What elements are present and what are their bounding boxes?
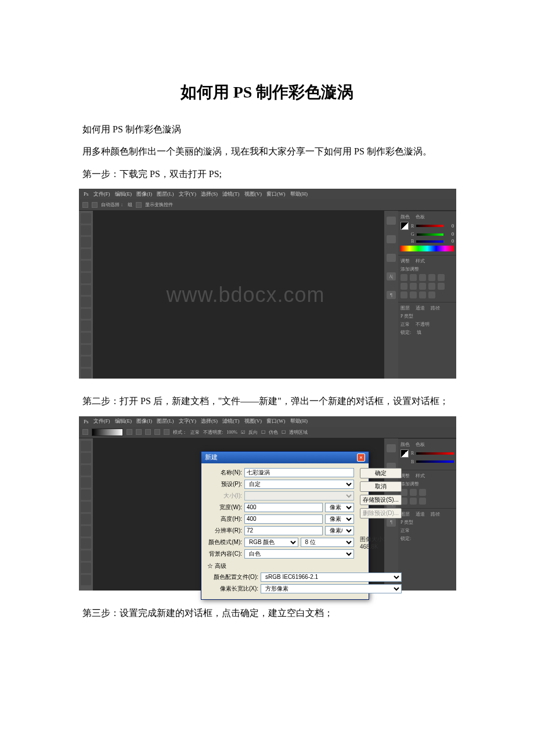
name-input[interactable] xyxy=(244,468,354,477)
mode-select[interactable]: RGB 颜色 xyxy=(244,538,298,547)
reverse-label[interactable]: 反向 xyxy=(248,429,258,435)
color-tab[interactable]: 颜色 xyxy=(400,214,410,220)
menu-file[interactable]: 文件(F) xyxy=(92,417,111,425)
adjust-icon[interactable] xyxy=(438,283,445,290)
fg-bg-swatch-icon[interactable] xyxy=(400,449,409,458)
close-icon[interactable]: × xyxy=(357,453,365,462)
adjust-icon[interactable] xyxy=(419,489,426,496)
b-slider[interactable] xyxy=(416,460,454,463)
adjust-icon[interactable] xyxy=(419,498,426,505)
adjust-tab[interactable]: 调整 xyxy=(400,473,410,479)
opacity-value[interactable]: 100% xyxy=(226,430,237,435)
menu-layer[interactable]: 图层(L) xyxy=(156,417,175,425)
swatches-tab[interactable]: 色板 xyxy=(416,441,425,448)
panel-icon[interactable] xyxy=(387,254,396,262)
tool-icon[interactable] xyxy=(81,441,91,451)
adjust-icon[interactable] xyxy=(428,283,435,290)
menu-view[interactable]: 视图(V) xyxy=(243,190,264,198)
adjust-icon[interactable] xyxy=(419,274,426,281)
panel-icon[interactable]: A| xyxy=(387,272,396,280)
auto-select-value[interactable]: 组 xyxy=(128,201,132,208)
menu-image[interactable]: 图像(I) xyxy=(135,417,153,425)
adjust-icon[interactable] xyxy=(400,283,407,290)
res-input[interactable] xyxy=(244,526,323,535)
height-input[interactable] xyxy=(244,514,323,524)
adjust-icon[interactable] xyxy=(400,274,407,281)
fg-bg-swatch-icon[interactable] xyxy=(400,222,409,230)
move-tool-icon[interactable] xyxy=(82,202,88,208)
menu-select[interactable]: 选择(S) xyxy=(200,417,219,425)
menu-image[interactable]: 图像(I) xyxy=(135,190,153,198)
adjust-icon[interactable] xyxy=(419,291,426,298)
r-slider[interactable] xyxy=(416,452,454,455)
adjust-icon[interactable] xyxy=(438,274,445,281)
dither-label[interactable]: 仿色 xyxy=(269,429,278,435)
aspect-select[interactable]: 方形像素 xyxy=(261,584,402,593)
menu-select[interactable]: 选择(S) xyxy=(200,190,219,198)
profile-select[interactable]: sRGB IEC61966-2.1 xyxy=(261,573,402,582)
menu-edit[interactable]: 编辑(E) xyxy=(114,417,134,425)
layers-tab[interactable]: 图层 xyxy=(400,305,410,311)
adjust-icon[interactable] xyxy=(410,489,417,496)
adjust-icon[interactable] xyxy=(410,498,417,505)
tool-icon[interactable] xyxy=(81,526,91,537)
grad-type-icon[interactable] xyxy=(164,429,169,435)
width-unit-select[interactable]: 像素 xyxy=(325,503,354,512)
tool-icon[interactable] xyxy=(81,538,91,549)
tool-icon[interactable] xyxy=(81,563,91,573)
tool-icon[interactable] xyxy=(81,297,91,307)
grad-type-icon[interactable] xyxy=(136,429,142,435)
adjust-icon[interactable] xyxy=(410,274,417,281)
mode-value[interactable]: 正常 xyxy=(190,429,200,435)
menu-type[interactable]: 文字(Y) xyxy=(178,417,198,425)
blend-mode[interactable]: 正常 xyxy=(400,321,410,327)
swatches-tab[interactable]: 色板 xyxy=(416,214,425,220)
checkbox-icon[interactable] xyxy=(92,202,98,208)
res-unit-select[interactable]: 像素/英寸 xyxy=(325,526,354,535)
gradient-tool-icon[interactable] xyxy=(82,429,88,435)
tool-icon[interactable] xyxy=(81,357,91,367)
channels-tab[interactable]: 通道 xyxy=(416,511,425,517)
bit-select[interactable]: 8 位 xyxy=(301,538,355,547)
blend-mode[interactable]: 正常 xyxy=(400,527,410,534)
tool-icon[interactable] xyxy=(81,261,91,271)
color-tab[interactable]: 颜色 xyxy=(400,441,410,448)
tool-icon[interactable] xyxy=(81,502,91,512)
dialog-titlebar[interactable]: 新建 × xyxy=(201,452,369,463)
ok-button[interactable]: 确定 xyxy=(360,468,402,478)
menu-help[interactable]: 帮助(H) xyxy=(289,190,309,198)
tool-icon[interactable] xyxy=(81,321,91,331)
tool-icon[interactable] xyxy=(81,237,91,247)
b-slider[interactable] xyxy=(416,240,443,243)
tool-icon[interactable] xyxy=(81,225,91,236)
tool-icon[interactable] xyxy=(81,309,91,319)
tool-icon[interactable] xyxy=(81,285,91,296)
menu-help[interactable]: 帮助(H) xyxy=(289,417,309,425)
tool-icon[interactable] xyxy=(81,550,91,561)
g-slider[interactable] xyxy=(417,233,443,236)
save-preset-button[interactable]: 存储预设(S)... xyxy=(360,495,402,505)
gradient-preview[interactable] xyxy=(92,429,123,436)
panel-icon[interactable] xyxy=(387,217,396,225)
grad-type-icon[interactable] xyxy=(145,429,151,435)
panel-icon[interactable] xyxy=(387,235,396,243)
tool-icon[interactable] xyxy=(81,333,91,343)
layers-tab[interactable]: 图层 xyxy=(400,511,410,517)
cancel-button[interactable]: 取消 xyxy=(360,481,402,492)
adjust-icon[interactable] xyxy=(410,283,417,290)
tool-icon[interactable] xyxy=(81,249,91,260)
adjust-icon[interactable] xyxy=(428,291,435,298)
adjust-icon[interactable] xyxy=(428,274,435,281)
preset-select[interactable]: 自定 xyxy=(244,480,354,489)
styles-tab[interactable]: 样式 xyxy=(416,473,425,479)
transparency-label[interactable]: 透明区域 xyxy=(289,429,308,435)
bg-select[interactable]: 白色 xyxy=(244,549,354,559)
height-unit-select[interactable]: 像素 xyxy=(325,514,354,524)
menu-window[interactable]: 窗口(W) xyxy=(265,417,287,425)
tool-icon[interactable] xyxy=(81,369,91,379)
tool-icon[interactable] xyxy=(81,453,91,463)
menu-window[interactable]: 窗口(W) xyxy=(265,190,287,198)
tool-icon[interactable] xyxy=(81,273,91,283)
styles-tab[interactable]: 样式 xyxy=(416,258,425,264)
tool-icon[interactable] xyxy=(81,213,91,224)
